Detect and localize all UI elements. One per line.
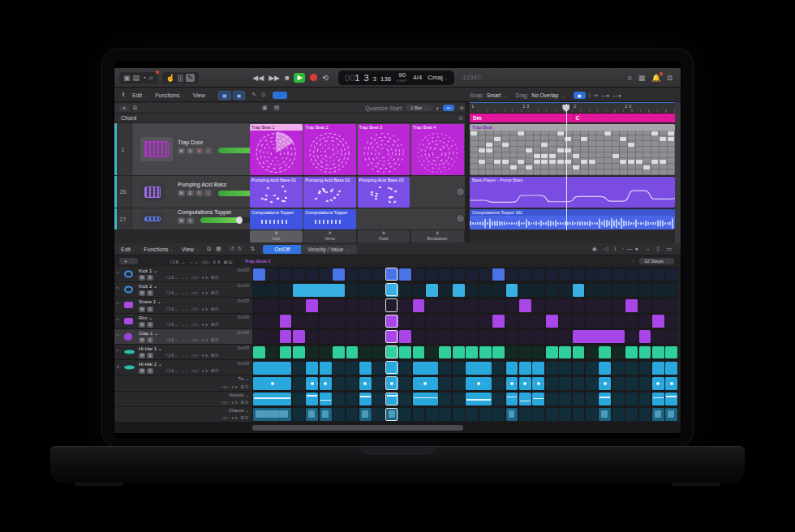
step-cell-empty[interactable] — [519, 330, 531, 343]
step-cell-active[interactable] — [359, 408, 372, 421]
row-disclosure-icon[interactable]: > — [116, 285, 119, 290]
step-cell-active[interactable] — [320, 362, 332, 375]
step-cell-active[interactable] — [652, 362, 664, 375]
row-disclosure-icon[interactable]: > — [116, 348, 119, 353]
step-cell-empty[interactable] — [399, 393, 411, 405]
pencil-tool-icon[interactable]: ✎ — [251, 92, 256, 98]
seq-row-controls[interactable]: /16⌄ →⌄ ◁▷ ∨∧ ⊞⊡ — [166, 368, 219, 373]
seq-row-header[interactable]: >Rim ⌄On/OffMS/16⌄ →⌄ ◁▷ ∨∧ ⊞⊡ — [114, 314, 252, 328]
step-cell-active[interactable] — [665, 377, 677, 390]
step-cell-active[interactable] — [253, 346, 265, 359]
step-cell-empty[interactable] — [266, 346, 278, 359]
step-cell-empty[interactable] — [453, 268, 465, 281]
step-cell-empty[interactable] — [665, 284, 677, 297]
step-cell-empty[interactable] — [612, 315, 625, 328]
step-cell-empty[interactable] — [333, 408, 345, 421]
step-cell-empty[interactable] — [333, 315, 345, 328]
step-cell-empty[interactable] — [372, 268, 385, 281]
seq-row-name[interactable]: Kick 2 ⌄ — [139, 283, 157, 289]
step-cell-active[interactable] — [320, 393, 332, 405]
step-cell-empty[interactable] — [266, 299, 278, 312]
step-cell-empty[interactable] — [573, 268, 585, 281]
step-cell-active[interactable] — [652, 393, 664, 405]
step-cell-empty[interactable] — [372, 362, 385, 375]
step-cell-empty[interactable] — [346, 362, 359, 375]
cell-edit-icon[interactable]: ▣ — [262, 105, 268, 111]
step-cell-active[interactable] — [652, 346, 664, 359]
step-cell-empty[interactable] — [413, 284, 425, 297]
step-cell-active[interactable] — [253, 408, 292, 421]
step-cell-active[interactable] — [506, 362, 518, 375]
step-cell-active[interactable] — [306, 408, 318, 421]
step-cell-empty[interactable] — [625, 284, 638, 297]
step-cell-empty[interactable] — [293, 377, 305, 390]
step-cell-active[interactable] — [280, 346, 292, 359]
step-cell-empty[interactable] — [479, 299, 492, 312]
step-cell-empty[interactable] — [453, 330, 465, 343]
step-cell-empty[interactable] — [479, 315, 492, 328]
chord-segment[interactable]: Dm — [473, 115, 481, 121]
loop-cell[interactable]: Computations Topper — [303, 209, 356, 230]
filmstrip-icon[interactable]: ▤ — [274, 105, 280, 111]
forward-button[interactable]: ▶▶ — [269, 74, 280, 82]
step-cell-empty[interactable] — [586, 408, 598, 421]
step-cell-empty[interactable] — [453, 393, 465, 405]
grid-pointer-icon[interactable]: ⬆ — [121, 92, 126, 98]
step-cell-empty[interactable] — [479, 330, 492, 343]
step-cell-empty[interactable] — [306, 315, 318, 328]
step-cell-empty[interactable] — [665, 299, 677, 312]
step-cell-empty[interactable] — [559, 268, 571, 281]
step-cell-active[interactable] — [506, 284, 518, 297]
step-cell-active[interactable] — [652, 408, 664, 421]
step-cell-empty[interactable] — [479, 268, 492, 281]
step-cell-empty[interactable] — [573, 393, 585, 405]
step-cell-empty[interactable] — [612, 299, 625, 312]
step-cell-empty[interactable] — [639, 408, 651, 421]
step-cell-empty[interactable] — [639, 315, 651, 328]
step-cell-empty[interactable] — [546, 362, 558, 375]
step-cell-empty[interactable] — [413, 330, 425, 343]
step-cell-empty[interactable] — [532, 330, 544, 343]
record-button[interactable] — [310, 74, 317, 81]
step-cell-empty[interactable] — [359, 315, 372, 328]
step-cell-active[interactable] — [359, 362, 372, 375]
step-cell-empty[interactable] — [280, 299, 292, 312]
time-signature[interactable]: 4/4 — [413, 74, 422, 81]
autozoom-icon[interactable]: ⇥ — [594, 92, 598, 99]
step-cell-empty[interactable] — [586, 346, 598, 359]
loop-cell[interactable]: Trap Beat 4 — [411, 124, 464, 176]
step-cell-active[interactable] — [306, 362, 318, 375]
cycle-button[interactable]: ⟲ — [322, 74, 329, 82]
metronome-icon[interactable]: ⏱ — [477, 74, 482, 82]
count-in-icon[interactable]: 1234 — [462, 74, 477, 81]
step-cell-empty[interactable] — [426, 346, 438, 359]
step-cell-empty[interactable] — [546, 330, 558, 343]
step-cell-empty[interactable] — [399, 377, 411, 390]
step-cell-empty[interactable] — [453, 299, 465, 312]
seq-row-controls[interactable]: /16⌄ →⌄ ◁▷ ∨∧ ⊞⊡ — [166, 353, 219, 358]
step-cell-empty[interactable] — [599, 299, 611, 312]
row-disclosure-icon[interactable]: > — [116, 332, 119, 337]
track-button-m[interactable]: M — [178, 217, 185, 224]
cycle-half-icon[interactable]: ◐ — [436, 105, 440, 111]
step-cell-empty[interactable] — [586, 268, 598, 281]
step-cell-empty[interactable] — [492, 408, 505, 421]
step-cell-active[interactable] — [506, 393, 518, 405]
seq-menu-view[interactable]: View⌄ — [182, 247, 199, 252]
seq-subrow-name[interactable]: Tie ⌄ — [238, 376, 249, 381]
row-button-m[interactable]: M — [139, 353, 145, 358]
seq-row-name[interactable]: Hi-Hat 1 ⌄ — [139, 345, 162, 351]
seq-row-controls[interactable]: /16⌄ →⌄ ◁▷ ∨∧ ⊞⊡ — [166, 322, 219, 327]
seq-scrollbar[interactable] — [114, 423, 681, 433]
row-button-m[interactable]: M — [139, 290, 145, 296]
step-cell-active[interactable] — [320, 377, 332, 390]
pattern-copy-icon[interactable]: ⧉ — [207, 246, 211, 252]
step-cell-empty[interactable] — [439, 377, 451, 390]
arrange-region-audio[interactable]: Computations Topper ΩΩ — [470, 209, 675, 230]
zoom-slider-v[interactable]: —● — [601, 92, 609, 98]
step-cell-empty[interactable] — [266, 268, 278, 281]
step-cell-empty[interactable] — [479, 284, 492, 297]
step-cell-empty[interactable] — [573, 362, 585, 375]
step-cell-active[interactable] — [466, 393, 491, 405]
seq-subrow-controls[interactable]: ◁▷ ∨∧ ⊞⊡ — [221, 384, 249, 389]
